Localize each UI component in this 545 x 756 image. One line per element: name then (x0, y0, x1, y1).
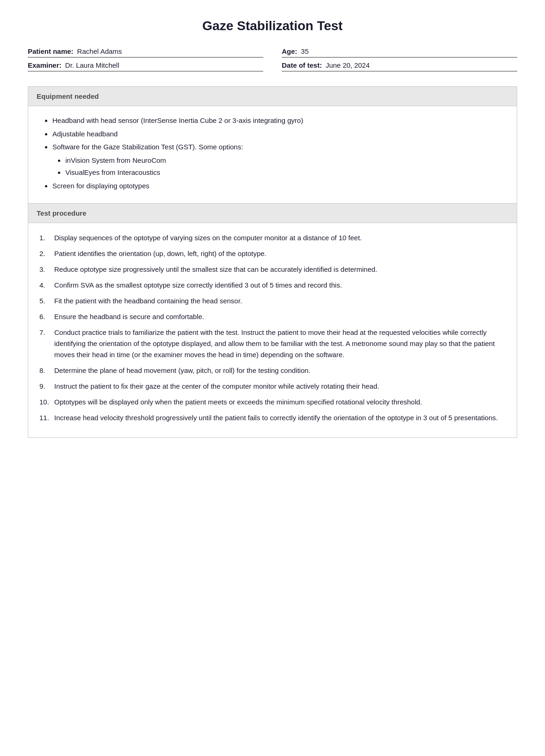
patient-name-value: Rachel Adams (77, 47, 122, 55)
procedure-section: Test procedure Display sequences of the … (28, 204, 517, 438)
equipment-sub-list: inVision System from NeuroCom VisualEyes… (52, 155, 506, 178)
examiner-value: Dr. Laura Mitchell (65, 61, 120, 69)
procedure-list: Display sequences of the optotype of var… (39, 232, 506, 423)
list-item: Display sequences of the optotype of var… (39, 232, 506, 243)
equipment-list: Headband with head sensor (InterSense In… (39, 115, 506, 191)
list-item: Reduce optotype size progressively until… (39, 264, 506, 275)
examiner-label: Examiner: (28, 61, 62, 69)
examiner-row: Examiner: Dr. Laura Mitchell (28, 61, 263, 71)
patient-info: Patient name: Rachel Adams Age: 35 Exami… (28, 47, 517, 75)
list-item: Fit the patient with the headband contai… (39, 295, 506, 307)
equipment-content: Headband with head sensor (InterSense In… (28, 106, 517, 203)
list-item: Increase head velocity threshold progres… (39, 412, 506, 423)
list-item: Conduct practice trials to familiarize t… (39, 327, 506, 360)
procedure-content: Display sequences of the optotype of var… (28, 223, 517, 437)
age-row: Age: 35 (282, 47, 517, 58)
age-value: 35 (301, 47, 309, 55)
list-item: Confirm SVA as the smallest optotype siz… (39, 280, 506, 291)
date-value: June 20, 2024 (326, 61, 370, 69)
equipment-header: Equipment needed (28, 87, 517, 106)
list-item: Headband with head sensor (InterSense In… (52, 115, 506, 126)
list-item: Ensure the headband is secure and comfor… (39, 311, 506, 322)
list-item: Adjustable headband (52, 129, 506, 140)
list-item: Optotypes will be displayed only when th… (39, 397, 506, 408)
patient-name-label: Patient name: (28, 47, 73, 55)
date-row: Date of test: June 20, 2024 (282, 61, 517, 71)
list-item: Screen for displaying optotypes (52, 181, 506, 192)
list-item: Patient identifies the orientation (up, … (39, 248, 506, 259)
list-item: inVision System from NeuroCom (65, 155, 506, 166)
equipment-section: Equipment needed Headband with head sens… (28, 86, 517, 204)
patient-name-row: Patient name: Rachel Adams (28, 47, 263, 58)
list-item: VisualEyes from Interacoustics (65, 167, 506, 178)
list-item: Determine the plane of head movement (ya… (39, 365, 506, 376)
list-item: Software for the Gaze Stabilization Test… (52, 142, 506, 178)
page-title: Gaze Stabilization Test (28, 19, 517, 33)
date-label: Date of test: (282, 61, 322, 69)
procedure-header: Test procedure (28, 204, 517, 223)
age-label: Age: (282, 47, 297, 55)
list-item: Instruct the patient to fix their gaze a… (39, 381, 506, 392)
